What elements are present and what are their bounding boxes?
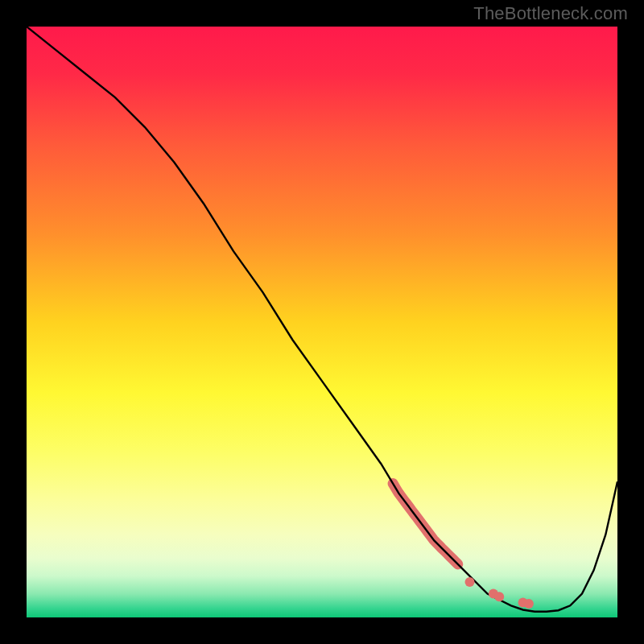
plot-svg <box>27 27 617 617</box>
curve-marker <box>524 599 534 609</box>
gradient-background <box>27 27 617 617</box>
chart-frame: TheBottleneck.com <box>0 0 644 644</box>
plot-area <box>27 27 617 617</box>
watermark-text: TheBottleneck.com <box>473 3 628 24</box>
curve-marker <box>494 592 504 601</box>
curve-marker <box>465 577 475 587</box>
